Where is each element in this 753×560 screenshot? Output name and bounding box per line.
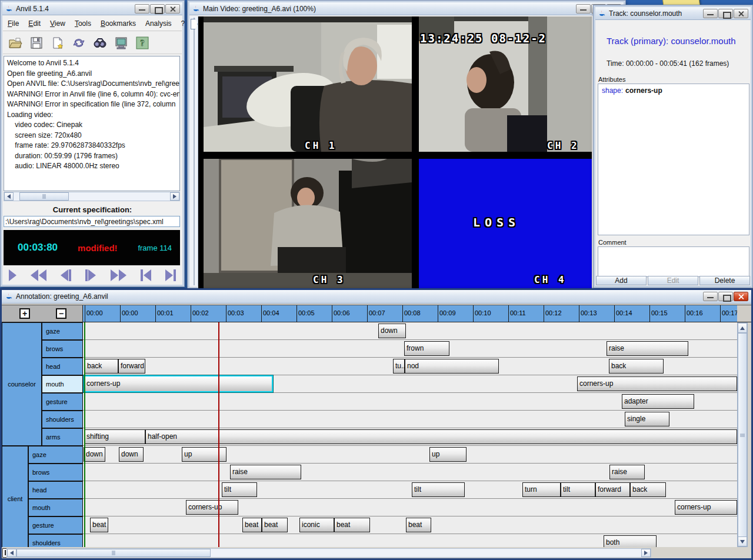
annotation-block[interactable]: forward [595, 482, 630, 497]
track-label-counselor-mouth[interactable]: mouth [42, 375, 83, 393]
track-label-counselor-gaze[interactable]: gaze [42, 322, 83, 340]
new-file-icon[interactable] [49, 35, 66, 51]
annotation-block[interactable]: turn [522, 482, 561, 497]
scroll-left-icon[interactable] [4, 192, 14, 201]
save-icon[interactable] [28, 35, 45, 51]
annotation-block[interactable]: corners-up [186, 500, 238, 515]
track-titlebar[interactable]: Track: counselor.mouth [595, 7, 751, 20]
reload-icon[interactable] [70, 35, 88, 51]
menu-view[interactable]: View [45, 17, 70, 30]
track-label-client-brows[interactable]: brows [28, 464, 83, 481]
rewind-button[interactable] [31, 269, 46, 282]
annotation-block[interactable]: adapter [622, 394, 694, 409]
annotation-block[interactable]: raise [230, 465, 301, 479]
track-label-counselor-brows[interactable]: brows [42, 340, 83, 358]
scroll-left-icon[interactable] [7, 549, 16, 557]
minimize-button[interactable] [703, 292, 718, 301]
track-label-client-gesture[interactable]: gesture [28, 516, 83, 534]
video-position-slider[interactable] [190, 16, 198, 286]
add-button[interactable]: Add [596, 276, 647, 285]
annotation-block[interactable]: corners-up [675, 500, 737, 515]
scroll-right-icon[interactable] [170, 192, 179, 201]
maximize-button[interactable] [150, 4, 165, 14]
annotation-block[interactable]: beat [242, 518, 262, 532]
scroll-down-icon[interactable] [738, 536, 747, 546]
track-label-counselor-head[interactable]: head [42, 358, 83, 375]
annotation-block[interactable]: corners-up [84, 375, 273, 392]
annotation-block[interactable]: back [630, 482, 666, 497]
slider-thumb-icon[interactable] [191, 19, 198, 29]
jump-end-button[interactable] [165, 269, 176, 282]
annotation-block[interactable]: down [84, 447, 105, 462]
menu-?[interactable]: ? [176, 17, 190, 30]
annotation-block[interactable]: down [119, 447, 144, 462]
track-label-client-gaze[interactable]: gaze [28, 446, 83, 464]
timeline-horizontal-scrollbar[interactable] [6, 548, 651, 558]
attributes-box[interactable]: shape:corners-up [598, 84, 749, 235]
delete-button[interactable]: Delete [699, 276, 750, 285]
annotation-block[interactable]: corners-up [577, 376, 737, 391]
vertical-scrollbar[interactable] [737, 322, 748, 547]
annotation-titlebar[interactable]: Annotation: greeting_A6.anvil [2, 290, 751, 304]
open-file-icon[interactable] [6, 35, 24, 51]
video-titlebar[interactable]: Main Video: greeting_A6.avi (100%) [189, 2, 624, 15]
annotation-block[interactable]: frown [404, 341, 449, 356]
minimize-button[interactable] [703, 9, 718, 18]
annotation-block[interactable]: raise [609, 465, 645, 479]
scrollbar-thumb[interactable] [738, 333, 747, 538]
track-label-client-head[interactable]: head [28, 481, 83, 499]
scroll-up-icon[interactable] [738, 323, 747, 333]
annotation-block[interactable]: iconic [299, 518, 334, 532]
step-forward-button[interactable] [85, 269, 96, 282]
track-label-counselor-shoulders[interactable]: shoulders [42, 411, 83, 428]
annotation-block[interactable]: back [609, 359, 664, 374]
group-label-client[interactable]: client [2, 446, 28, 547]
annotation-block[interactable]: raise [607, 341, 688, 356]
annotation-block[interactable]: up [429, 447, 467, 462]
annotation-block[interactable]: half-open [145, 429, 737, 444]
annotation-block[interactable]: down [378, 324, 406, 338]
screenshot-icon[interactable] [112, 35, 130, 51]
edit-button[interactable]: Edit [648, 276, 698, 285]
close-button[interactable] [165, 4, 180, 14]
annotation-block[interactable]: beat [334, 518, 370, 532]
annotation-block[interactable]: back [85, 359, 118, 374]
annotation-block[interactable]: beat [262, 518, 288, 532]
search-icon[interactable] [91, 35, 109, 51]
timeline-ruler[interactable]: 00:0000:0000:0100:0200:0300:0400:0500:06… [83, 305, 737, 322]
track-label-counselor-arms[interactable]: arms [42, 428, 83, 446]
annotation-block[interactable]: shifting [84, 429, 145, 444]
track-label-counselor-gesture[interactable]: gesture [42, 393, 83, 411]
menu-bookmarks[interactable]: Bookmarks [96, 17, 141, 30]
annotation-block[interactable]: tilt [561, 482, 595, 497]
menu-tools[interactable]: Tools [70, 17, 96, 30]
menu-analysis[interactable]: Analysis [141, 17, 176, 30]
zoom-in-button[interactable]: + [19, 308, 30, 319]
menu-edit[interactable]: Edit [24, 17, 45, 30]
annotation-block[interactable]: up [182, 447, 226, 462]
scrollbar-thumb[interactable] [19, 192, 69, 201]
annotation-block[interactable]: tilt [412, 482, 465, 497]
comment-input[interactable] [598, 246, 749, 277]
close-button[interactable] [734, 292, 748, 301]
group-label-counselor[interactable]: counselor [2, 322, 42, 446]
annotation-block[interactable]: nod [405, 359, 499, 374]
log-horizontal-scrollbar[interactable] [4, 192, 180, 201]
play-button[interactable] [9, 269, 16, 282]
minimize-button[interactable] [135, 4, 149, 14]
annotation-block[interactable]: both [604, 535, 657, 547]
maximize-button[interactable] [718, 292, 733, 301]
scroll-right-icon[interactable] [641, 549, 651, 557]
annotation-block[interactable]: tilt [222, 482, 257, 497]
minimize-button[interactable] [576, 4, 591, 14]
scrollbar-thumb[interactable] [16, 549, 211, 557]
annotation-block[interactable]: tu.. [393, 359, 405, 374]
fast-forward-button[interactable] [111, 269, 126, 282]
annotation-block[interactable]: single [625, 412, 669, 426]
help-icon[interactable]: ? [134, 35, 151, 51]
menu-file[interactable]: File [3, 17, 24, 30]
spec-path-field[interactable]: :\Users\rag\Documents\nvb_rel\greetings\… [4, 216, 180, 227]
annotation-block[interactable]: forward [118, 359, 145, 374]
step-back-button[interactable] [61, 269, 71, 282]
anvil-titlebar[interactable]: Anvil 5.1.4 [2, 2, 182, 15]
